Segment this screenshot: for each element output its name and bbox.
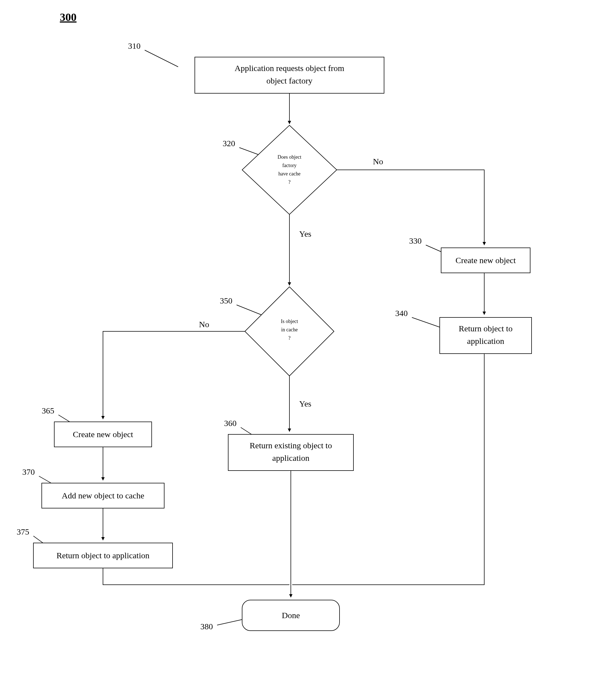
- ref-320: 320: [223, 139, 235, 148]
- node-text: Does object: [278, 154, 301, 160]
- ref-360: 360: [224, 419, 236, 428]
- edge: [103, 568, 289, 585]
- ref-line: [217, 620, 242, 625]
- node-380: Done: [242, 600, 339, 631]
- node-text: ?: [288, 179, 291, 185]
- edge-label-yes: Yes: [299, 229, 311, 238]
- node-text: application: [467, 336, 504, 346]
- edge-label-yes: Yes: [299, 399, 311, 408]
- edge-label-no: No: [199, 320, 209, 329]
- edge: [103, 331, 245, 419]
- node-text: object factory: [266, 76, 312, 85]
- edge: [337, 170, 484, 245]
- ref-line: [145, 50, 178, 67]
- node-340: Return object to application: [440, 318, 531, 354]
- ref-line: [236, 305, 264, 316]
- ref-310: 310: [128, 41, 140, 51]
- node-text: have cache: [278, 171, 300, 177]
- node-text: Return object to: [459, 324, 512, 333]
- diagram-title: 300: [60, 11, 77, 23]
- ref-350: 350: [220, 296, 232, 305]
- node-320: Does object factory have cache ?: [242, 125, 337, 214]
- node-370: Add new object to cache: [42, 483, 164, 508]
- node-text: ?: [288, 335, 291, 341]
- ref-330: 330: [409, 236, 422, 245]
- edge-label-no: No: [373, 157, 383, 166]
- node-text: in cache: [281, 327, 297, 333]
- ref-380: 380: [200, 622, 213, 631]
- node-text: Return existing object to: [250, 441, 332, 450]
- node-350: Is object in cache ?: [245, 287, 334, 376]
- svg-rect-3: [440, 318, 531, 354]
- node-text: Done: [282, 611, 300, 620]
- node-text: Is object: [281, 319, 298, 324]
- ref-365: 365: [42, 406, 54, 415]
- node-365: Create new object: [54, 422, 152, 447]
- node-text: Create new object: [456, 256, 516, 265]
- node-330: Create new object: [441, 248, 530, 273]
- node-text: Return object to application: [57, 551, 150, 560]
- ref-340: 340: [395, 309, 408, 318]
- node-text: application: [272, 453, 309, 462]
- ref-370: 370: [22, 467, 35, 476]
- svg-marker-1: [242, 125, 337, 214]
- svg-rect-0: [195, 57, 384, 93]
- svg-rect-5: [228, 434, 354, 470]
- node-375: Return object to application: [33, 543, 173, 568]
- node-text: Application requests object from: [234, 64, 344, 73]
- node-text: Create new object: [73, 430, 133, 439]
- ref-375: 375: [17, 527, 29, 536]
- node-310: Application requests object from object …: [195, 57, 384, 93]
- node-text: factory: [283, 163, 297, 168]
- ref-line: [412, 318, 440, 327]
- node-360: Return existing object to application: [228, 434, 354, 470]
- node-text: Add new object to cache: [62, 491, 144, 500]
